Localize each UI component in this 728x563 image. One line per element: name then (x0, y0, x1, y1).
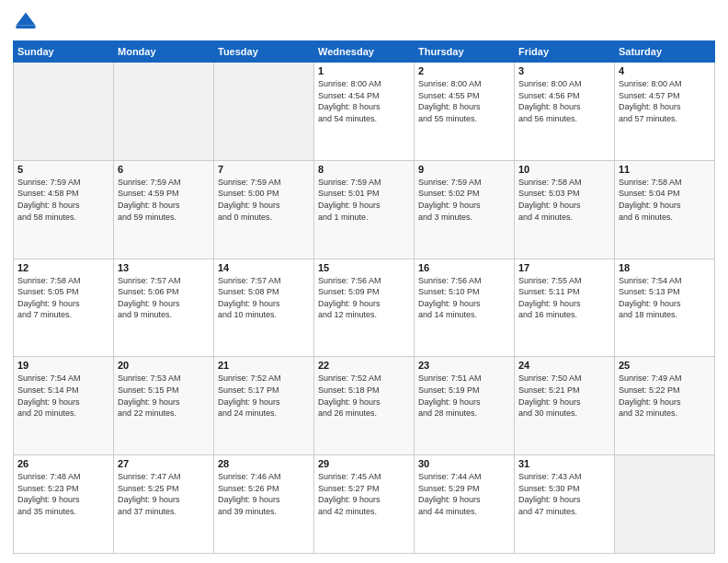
day-number: 3 (518, 65, 610, 76)
day-info: Sunrise: 7:54 AM Sunset: 5:13 PM Dayligh… (619, 275, 711, 321)
week-row-4: 19Sunrise: 7:54 AM Sunset: 5:14 PM Dayli… (14, 357, 715, 455)
day-cell: 26Sunrise: 7:48 AM Sunset: 5:23 PM Dayli… (14, 455, 114, 554)
weekday-header-friday: Friday (515, 41, 615, 63)
day-info: Sunrise: 7:48 AM Sunset: 5:23 PM Dayligh… (17, 471, 109, 517)
day-info: Sunrise: 7:59 AM Sunset: 4:58 PM Dayligh… (17, 177, 109, 223)
day-cell: 14Sunrise: 7:57 AM Sunset: 5:08 PM Dayli… (214, 259, 314, 357)
day-number: 31 (518, 458, 610, 469)
day-number: 27 (118, 458, 210, 469)
day-info: Sunrise: 7:51 AM Sunset: 5:19 PM Dayligh… (418, 373, 510, 419)
day-info: Sunrise: 7:56 AM Sunset: 5:09 PM Dayligh… (318, 275, 410, 321)
day-cell: 3Sunrise: 8:00 AM Sunset: 4:56 PM Daylig… (515, 63, 615, 161)
day-cell: 17Sunrise: 7:55 AM Sunset: 5:11 PM Dayli… (515, 259, 615, 357)
day-cell: 22Sunrise: 7:52 AM Sunset: 5:18 PM Dayli… (314, 357, 415, 455)
day-number: 10 (518, 164, 610, 175)
day-cell: 25Sunrise: 7:49 AM Sunset: 5:22 PM Dayli… (615, 357, 715, 455)
day-info: Sunrise: 7:57 AM Sunset: 5:06 PM Dayligh… (118, 275, 210, 321)
day-number: 29 (318, 458, 410, 469)
day-number: 30 (418, 458, 510, 469)
day-cell: 9Sunrise: 7:59 AM Sunset: 5:02 PM Daylig… (415, 160, 515, 259)
weekday-header-saturday: Saturday (615, 41, 715, 63)
day-info: Sunrise: 7:58 AM Sunset: 5:04 PM Dayligh… (619, 177, 711, 223)
day-info: Sunrise: 8:00 AM Sunset: 4:54 PM Dayligh… (318, 78, 410, 124)
day-number: 15 (318, 262, 410, 273)
day-cell: 13Sunrise: 7:57 AM Sunset: 5:06 PM Dayli… (114, 259, 214, 357)
day-cell: 18Sunrise: 7:54 AM Sunset: 5:13 PM Dayli… (615, 259, 715, 357)
day-cell: 16Sunrise: 7:56 AM Sunset: 5:10 PM Dayli… (415, 259, 515, 357)
day-cell: 8Sunrise: 7:59 AM Sunset: 5:01 PM Daylig… (314, 160, 415, 259)
day-cell: 7Sunrise: 7:59 AM Sunset: 5:00 PM Daylig… (214, 160, 314, 259)
day-number: 22 (318, 360, 410, 371)
day-info: Sunrise: 7:59 AM Sunset: 5:00 PM Dayligh… (218, 177, 310, 223)
day-cell: 19Sunrise: 7:54 AM Sunset: 5:14 PM Dayli… (14, 357, 114, 455)
day-info: Sunrise: 7:58 AM Sunset: 5:03 PM Dayligh… (518, 177, 610, 223)
day-cell (615, 455, 715, 554)
week-row-3: 12Sunrise: 7:58 AM Sunset: 5:05 PM Dayli… (14, 259, 715, 357)
day-info: Sunrise: 7:59 AM Sunset: 5:02 PM Dayligh… (418, 177, 510, 223)
day-info: Sunrise: 7:54 AM Sunset: 5:14 PM Dayligh… (17, 373, 109, 419)
day-info: Sunrise: 7:57 AM Sunset: 5:08 PM Dayligh… (218, 275, 310, 321)
day-number: 1 (318, 65, 410, 76)
day-number: 21 (218, 360, 310, 371)
day-number: 18 (619, 262, 711, 273)
day-cell: 21Sunrise: 7:52 AM Sunset: 5:17 PM Dayli… (214, 357, 314, 455)
day-number: 20 (118, 360, 210, 371)
day-info: Sunrise: 8:00 AM Sunset: 4:56 PM Dayligh… (518, 78, 610, 124)
day-info: Sunrise: 7:56 AM Sunset: 5:10 PM Dayligh… (418, 275, 510, 321)
day-cell: 1Sunrise: 8:00 AM Sunset: 4:54 PM Daylig… (314, 63, 415, 161)
day-number: 14 (218, 262, 310, 273)
day-number: 8 (318, 164, 410, 175)
week-row-5: 26Sunrise: 7:48 AM Sunset: 5:23 PM Dayli… (14, 455, 715, 554)
day-cell: 10Sunrise: 7:58 AM Sunset: 5:03 PM Dayli… (515, 160, 615, 259)
header (13, 9, 715, 35)
day-cell: 5Sunrise: 7:59 AM Sunset: 4:58 PM Daylig… (14, 160, 114, 259)
day-cell: 29Sunrise: 7:45 AM Sunset: 5:27 PM Dayli… (314, 455, 415, 554)
day-info: Sunrise: 7:52 AM Sunset: 5:18 PM Dayligh… (318, 373, 410, 419)
day-cell: 6Sunrise: 7:59 AM Sunset: 4:59 PM Daylig… (114, 160, 214, 259)
day-number: 5 (17, 164, 109, 175)
logo (13, 9, 42, 35)
day-number: 28 (218, 458, 310, 469)
day-info: Sunrise: 7:46 AM Sunset: 5:26 PM Dayligh… (218, 471, 310, 517)
day-number: 17 (518, 262, 610, 273)
day-number: 26 (17, 458, 109, 469)
day-info: Sunrise: 7:43 AM Sunset: 5:30 PM Dayligh… (518, 471, 610, 517)
day-info: Sunrise: 7:49 AM Sunset: 5:22 PM Dayligh… (619, 373, 711, 419)
day-cell: 4Sunrise: 8:00 AM Sunset: 4:57 PM Daylig… (615, 63, 715, 161)
calendar: SundayMondayTuesdayWednesdayThursdayFrid… (13, 40, 715, 554)
day-info: Sunrise: 7:47 AM Sunset: 5:25 PM Dayligh… (118, 471, 210, 517)
weekday-header-thursday: Thursday (415, 41, 515, 63)
day-number: 19 (17, 360, 109, 371)
day-cell (114, 63, 214, 161)
weekday-header-sunday: Sunday (14, 41, 114, 63)
page: SundayMondayTuesdayWednesdayThursdayFrid… (0, 0, 728, 563)
day-cell: 11Sunrise: 7:58 AM Sunset: 5:04 PM Dayli… (615, 160, 715, 259)
day-number: 24 (518, 360, 610, 371)
day-cell: 15Sunrise: 7:56 AM Sunset: 5:09 PM Dayli… (314, 259, 415, 357)
day-number: 23 (418, 360, 510, 371)
day-cell: 28Sunrise: 7:46 AM Sunset: 5:26 PM Dayli… (214, 455, 314, 554)
day-info: Sunrise: 7:53 AM Sunset: 5:15 PM Dayligh… (118, 373, 210, 419)
day-info: Sunrise: 7:45 AM Sunset: 5:27 PM Dayligh… (318, 471, 410, 517)
day-number: 6 (118, 164, 210, 175)
logo-icon (13, 9, 39, 35)
day-cell: 31Sunrise: 7:43 AM Sunset: 5:30 PM Dayli… (515, 455, 615, 554)
day-number: 13 (118, 262, 210, 273)
day-cell: 23Sunrise: 7:51 AM Sunset: 5:19 PM Dayli… (415, 357, 515, 455)
day-cell: 20Sunrise: 7:53 AM Sunset: 5:15 PM Dayli… (114, 357, 214, 455)
day-cell (214, 63, 314, 161)
day-number: 11 (619, 164, 711, 175)
week-row-2: 5Sunrise: 7:59 AM Sunset: 4:58 PM Daylig… (14, 160, 715, 259)
weekday-header-row: SundayMondayTuesdayWednesdayThursdayFrid… (14, 41, 715, 63)
day-number: 7 (218, 164, 310, 175)
weekday-header-tuesday: Tuesday (214, 41, 314, 63)
day-number: 4 (619, 65, 711, 76)
day-info: Sunrise: 7:59 AM Sunset: 4:59 PM Dayligh… (118, 177, 210, 223)
weekday-header-monday: Monday (114, 41, 214, 63)
day-number: 9 (418, 164, 510, 175)
day-info: Sunrise: 7:44 AM Sunset: 5:29 PM Dayligh… (418, 471, 510, 517)
calendar-body: 1Sunrise: 8:00 AM Sunset: 4:54 PM Daylig… (14, 63, 715, 554)
day-cell: 2Sunrise: 8:00 AM Sunset: 4:55 PM Daylig… (415, 63, 515, 161)
svg-marker-0 (17, 13, 36, 26)
day-cell: 24Sunrise: 7:50 AM Sunset: 5:21 PM Dayli… (515, 357, 615, 455)
